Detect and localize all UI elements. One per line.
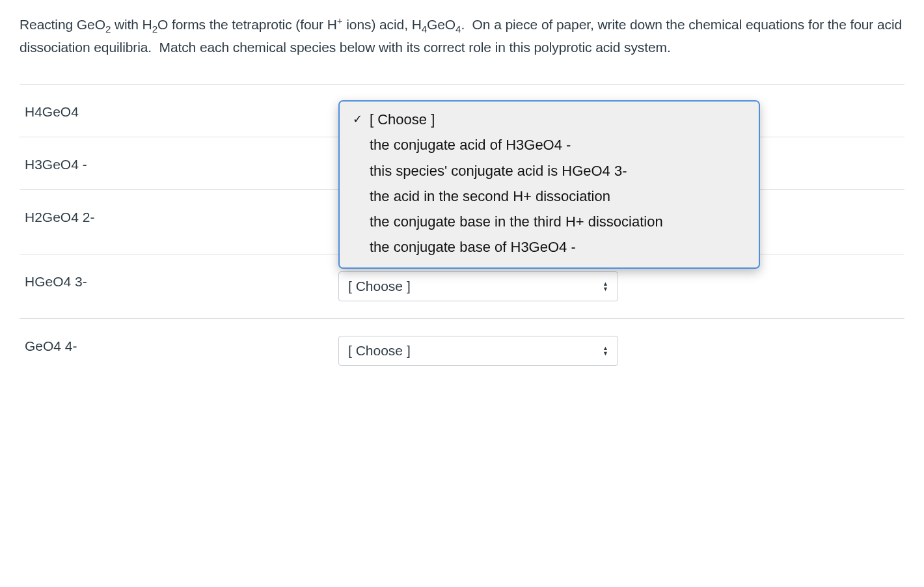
check-icon: ✓	[353, 110, 370, 129]
match-row: GeO4 4- [ Choose ] ▲▼	[20, 318, 904, 383]
option-label: the conjugate base of H3GeO4 -	[370, 236, 576, 258]
match-row: H4GeO4 ✓ [ Choose ] the conjugate acid o…	[20, 84, 904, 137]
select-placeholder: [ Choose ]	[348, 343, 411, 359]
option-label: the conjugate base in the third H+ disso…	[370, 210, 663, 233]
dropdown-option[interactable]: this species' conjugate acid is HGeO4 3-	[340, 158, 759, 184]
dropdown-menu[interactable]: ✓ [ Choose ] the conjugate acid of H3GeO…	[338, 100, 760, 269]
dropdown-option[interactable]: the conjugate acid of H3GeO4 -	[340, 132, 759, 157]
species-label: H2GeO4 2-	[20, 207, 338, 225]
dropdown-option[interactable]: the conjugate base in the third H+ disso…	[340, 209, 759, 234]
species-label: HGeO4 3-	[20, 271, 338, 290]
species-label: H4GeO4	[20, 102, 338, 120]
option-label: [ Choose ]	[370, 108, 435, 131]
option-label: the acid in the second H+ dissociation	[370, 185, 610, 208]
select-placeholder: [ Choose ]	[348, 279, 411, 294]
dropdown-select[interactable]: [ Choose ] ▲▼	[338, 336, 618, 366]
species-label: H3GeO4 -	[20, 154, 338, 172]
option-label: the conjugate acid of H3GeO4 -	[370, 133, 571, 156]
species-label: GeO4 4-	[20, 336, 338, 354]
dropdown-select[interactable]: [ Choose ] ▲▼	[338, 271, 618, 301]
stepper-icon: ▲▼	[603, 346, 608, 356]
option-label: this species' conjugate acid is HGeO4 3-	[370, 159, 627, 182]
stepper-icon: ▲▼	[603, 281, 608, 292]
dropdown-option[interactable]: the acid in the second H+ dissociation	[340, 184, 759, 209]
dropdown-option-selected[interactable]: ✓ [ Choose ]	[340, 107, 759, 132]
question-text: Reacting GeO2 with H2O forms the tetrapr…	[20, 13, 904, 58]
matching-table: H4GeO4 ✓ [ Choose ] the conjugate acid o…	[20, 84, 904, 383]
dropdown-option[interactable]: the conjugate base of H3GeO4 -	[340, 234, 759, 260]
